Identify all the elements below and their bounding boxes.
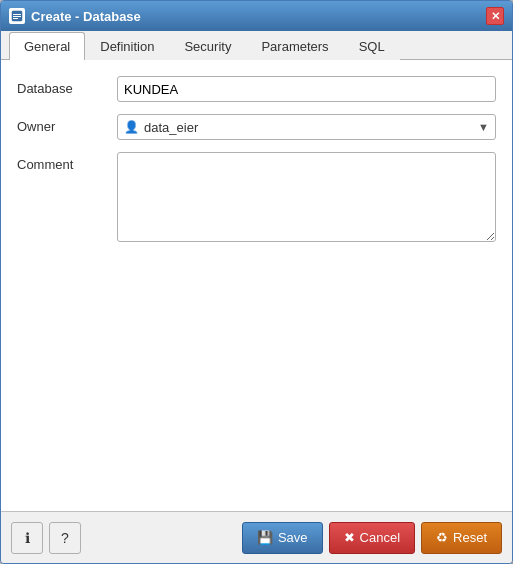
database-label: Database bbox=[17, 76, 117, 96]
content-area: Database Owner 👤 data_eier ▼ Comment bbox=[1, 60, 512, 511]
bottom-left-buttons: ℹ ? bbox=[11, 522, 81, 554]
tab-definition[interactable]: Definition bbox=[85, 32, 169, 60]
title-bar: Create - Database ✕ bbox=[1, 1, 512, 31]
owner-label: Owner bbox=[17, 114, 117, 134]
tab-general[interactable]: General bbox=[9, 32, 85, 60]
owner-field-wrapper: 👤 data_eier ▼ bbox=[117, 114, 496, 140]
tab-sql[interactable]: SQL bbox=[344, 32, 400, 60]
create-database-window: Create - Database ✕ General Definition S… bbox=[0, 0, 513, 564]
tab-security[interactable]: Security bbox=[169, 32, 246, 60]
close-button[interactable]: ✕ bbox=[486, 7, 504, 25]
tab-parameters[interactable]: Parameters bbox=[246, 32, 343, 60]
window-title: Create - Database bbox=[31, 9, 141, 24]
owner-select[interactable]: 👤 data_eier ▼ bbox=[117, 114, 496, 140]
save-label: Save bbox=[278, 530, 308, 545]
dropdown-arrow-icon: ▼ bbox=[478, 121, 489, 133]
owner-value: data_eier bbox=[144, 120, 478, 135]
database-input[interactable] bbox=[117, 76, 496, 102]
bottom-bar: ℹ ? 💾 Save ✖ Cancel ♻ Reset bbox=[1, 511, 512, 563]
window-icon bbox=[9, 8, 25, 24]
comment-textarea[interactable] bbox=[117, 152, 496, 242]
save-icon: 💾 bbox=[257, 530, 273, 545]
svg-rect-1 bbox=[13, 14, 21, 15]
user-icon: 👤 bbox=[124, 120, 139, 134]
info-button[interactable]: ℹ bbox=[11, 522, 43, 554]
reset-button[interactable]: ♻ Reset bbox=[421, 522, 502, 554]
database-row: Database bbox=[17, 76, 496, 102]
database-field-wrapper bbox=[117, 76, 496, 102]
cancel-label: Cancel bbox=[360, 530, 400, 545]
cancel-button[interactable]: ✖ Cancel bbox=[329, 522, 415, 554]
cancel-icon: ✖ bbox=[344, 530, 355, 545]
help-button[interactable]: ? bbox=[49, 522, 81, 554]
title-bar-left: Create - Database bbox=[9, 8, 141, 24]
bottom-right-buttons: 💾 Save ✖ Cancel ♻ Reset bbox=[242, 522, 502, 554]
comment-row: Comment bbox=[17, 152, 496, 245]
svg-rect-2 bbox=[13, 16, 21, 17]
save-button[interactable]: 💾 Save bbox=[242, 522, 323, 554]
tab-bar: General Definition Security Parameters S… bbox=[1, 31, 512, 60]
owner-row: Owner 👤 data_eier ▼ bbox=[17, 114, 496, 140]
comment-label: Comment bbox=[17, 152, 117, 172]
svg-rect-3 bbox=[13, 18, 18, 19]
reset-icon: ♻ bbox=[436, 530, 448, 545]
comment-field-wrapper bbox=[117, 152, 496, 245]
reset-label: Reset bbox=[453, 530, 487, 545]
